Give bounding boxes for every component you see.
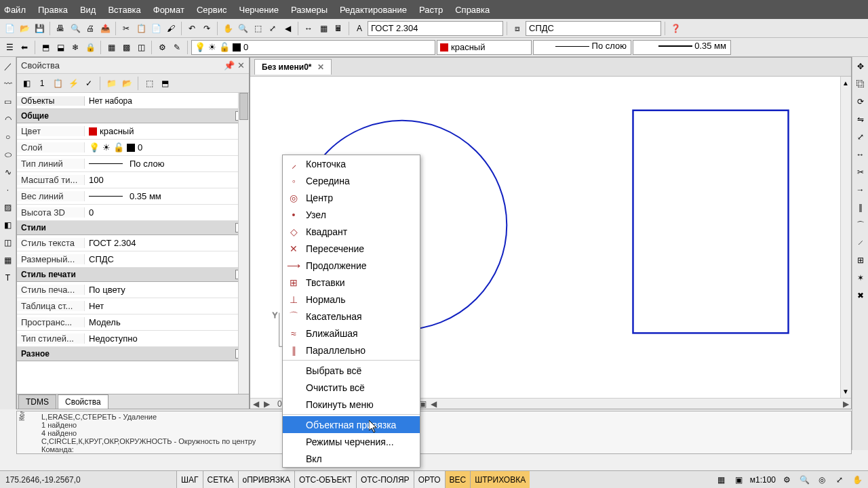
lineweight-select[interactable]: 0.35 мм bbox=[633, 40, 731, 55]
osnap-parallel[interactable]: ∥Параллельно bbox=[283, 342, 420, 359]
property-row[interactable]: Цветкрасный bbox=[17, 123, 249, 140]
offset-icon[interactable]: ‖ bbox=[854, 201, 867, 214]
property-group[interactable]: Стили– bbox=[17, 221, 249, 235]
prop-btn8-icon[interactable]: ⬚ bbox=[142, 77, 156, 90]
cmd-prompt[interactable]: Команда: bbox=[41, 445, 847, 453]
prop-btn6-icon[interactable]: 📁 bbox=[104, 77, 118, 90]
menu-item[interactable]: Вставка bbox=[108, 5, 140, 15]
osnap-quadrant[interactable]: ◇Квадрант bbox=[283, 223, 420, 240]
status-toggle[interactable]: СЕТКА bbox=[203, 471, 238, 488]
osnap-context-menu[interactable]: ⸝Конточка◦Середина◎Центр•Узел◇Квадрант✕П… bbox=[282, 155, 420, 468]
plot-icon[interactable]: 🖨 bbox=[83, 22, 97, 35]
pan-icon[interactable]: ✋ bbox=[221, 22, 235, 35]
array-icon[interactable]: ⊞ bbox=[854, 253, 867, 267]
chamfer-icon[interactable]: ⟋ bbox=[854, 236, 867, 249]
mirror-icon[interactable]: ⇋ bbox=[854, 113, 867, 126]
match-icon[interactable]: 🖌 bbox=[164, 22, 178, 35]
v-scrollbar[interactable]: ▲ ▼ bbox=[840, 77, 851, 398]
ctx-item[interactable]: Покинуть меню bbox=[283, 396, 420, 413]
osnap-node[interactable]: •Узел bbox=[283, 206, 420, 223]
menu-item[interactable]: Размеры bbox=[291, 5, 328, 15]
ctx-item[interactable]: Режимы черчения... bbox=[283, 433, 420, 450]
table-icon[interactable]: ▦ bbox=[1, 253, 15, 267]
layer-off-icon[interactable]: ⬓ bbox=[54, 41, 67, 54]
rotate-icon[interactable]: ⟳ bbox=[854, 95, 867, 108]
prop-btn9-icon[interactable]: ⬒ bbox=[158, 77, 172, 90]
paper-icon[interactable]: ▣ bbox=[732, 474, 746, 486]
osnap-midpoint[interactable]: ◦Середина bbox=[283, 172, 420, 189]
menu-item[interactable]: Вид bbox=[80, 5, 96, 15]
hatch-icon[interactable]: ▨ bbox=[1, 201, 15, 214]
prop-btn4-icon[interactable]: ⚡ bbox=[66, 77, 80, 90]
layer-tool1-icon[interactable]: ▦ bbox=[104, 41, 118, 54]
menu-item[interactable]: Правка bbox=[38, 5, 68, 15]
properties-grid[interactable]: ОбъектыНет набораОбщие–ЦветкрасныйСлой💡☀… bbox=[17, 93, 249, 394]
menu-item[interactable]: Справка bbox=[455, 5, 490, 15]
command-window[interactable]: ✕ Кома L,ERASE,С,СТЕРЕТЬ - Удаление 1 на… bbox=[16, 411, 852, 454]
zoom-win-icon[interactable]: ⬚ bbox=[251, 22, 264, 35]
menu-item[interactable]: Растр bbox=[419, 5, 443, 15]
status-icon2[interactable]: 🔍 bbox=[797, 474, 811, 486]
scrollbar[interactable] bbox=[238, 93, 249, 394]
text-icon[interactable]: T bbox=[1, 271, 15, 285]
save-icon[interactable]: 💾 bbox=[33, 22, 46, 35]
layer-frz-icon[interactable]: ❄ bbox=[68, 41, 82, 54]
property-row[interactable]: Стиль текстаГОСТ 2.304 bbox=[17, 235, 249, 251]
layer-tool4-icon[interactable]: ⚙ bbox=[155, 41, 169, 54]
print-icon[interactable]: 🖶 bbox=[54, 22, 67, 35]
dist-icon[interactable]: ↔ bbox=[302, 22, 315, 35]
arc-icon[interactable]: ◠ bbox=[1, 113, 15, 126]
property-group[interactable]: Стиль печати– bbox=[17, 268, 249, 282]
ctx-osnap-settings[interactable]: Объектная привязка bbox=[283, 416, 420, 433]
menu-item[interactable]: Черчение bbox=[239, 5, 279, 15]
ctx-item[interactable]: Выбрать всё bbox=[283, 362, 420, 379]
property-row[interactable]: Размерный...СПДС bbox=[17, 251, 249, 268]
move-icon[interactable]: ✥ bbox=[854, 60, 867, 73]
status-toggle[interactable]: ОТС-ПОЛЯР bbox=[356, 471, 414, 488]
selector-value[interactable]: Нет набора bbox=[85, 96, 249, 106]
undo-icon[interactable]: ↶ bbox=[185, 22, 199, 35]
layer-iso-icon[interactable]: ⬒ bbox=[39, 41, 52, 54]
trim-icon[interactable]: ✂ bbox=[854, 165, 867, 179]
property-row[interactable]: Тип стилей...Недоступно bbox=[17, 331, 249, 347]
property-row[interactable]: Масштаб ти...100 bbox=[17, 172, 249, 188]
tab-scroll-left-icon[interactable]: ◀ bbox=[250, 399, 261, 409]
osnap-center[interactable]: ◎Центр bbox=[283, 189, 420, 206]
close-icon[interactable]: ✕ bbox=[237, 60, 245, 70]
paste-icon[interactable]: 📄 bbox=[149, 22, 163, 35]
ctx-item[interactable]: Вкл bbox=[283, 450, 420, 467]
status-toggle[interactable]: ОРТО bbox=[414, 471, 445, 488]
scale-icon[interactable]: ⤢ bbox=[854, 130, 867, 144]
prop-btn5-icon[interactable]: ✓ bbox=[82, 77, 96, 90]
text-style-select[interactable] bbox=[368, 21, 503, 36]
property-group[interactable]: Общие– bbox=[17, 109, 249, 123]
color-select[interactable]: красный bbox=[437, 40, 532, 55]
osnap-endpoint[interactable]: ⸝Конточка bbox=[283, 155, 420, 172]
status-toggle[interactable]: ШАГ bbox=[176, 471, 203, 488]
publish-icon[interactable]: 📤 bbox=[98, 22, 112, 35]
tab-properties[interactable]: Свойства bbox=[58, 394, 108, 409]
menu-item[interactable]: Сервис bbox=[197, 5, 227, 15]
osnap-intersection[interactable]: ✕Пересечение bbox=[283, 240, 420, 257]
property-row[interactable]: Тип линийПо слою bbox=[17, 156, 249, 172]
document-tab[interactable]: Без имени0* ✕ bbox=[254, 59, 332, 75]
copy2-icon[interactable]: ⿻ bbox=[854, 77, 867, 91]
layer-tool2-icon[interactable]: ▩ bbox=[119, 41, 133, 54]
close-tab-icon[interactable]: ✕ bbox=[317, 62, 324, 72]
panel-title-bar[interactable]: Свойства 📌 ✕ bbox=[17, 58, 249, 74]
status-icon5[interactable]: ✋ bbox=[850, 474, 864, 486]
layer-prev-icon[interactable]: ⬅ bbox=[18, 41, 31, 54]
tab-tdms[interactable]: TDMS bbox=[18, 394, 56, 409]
property-row[interactable]: Слой💡☀🔓0 bbox=[17, 140, 249, 156]
layer-tool5-icon[interactable]: ✎ bbox=[170, 41, 184, 54]
menu-bar[interactable]: Файл Правка Вид Вставка Формат Сервис Че… bbox=[0, 0, 868, 19]
preview-icon[interactable]: 🔍 bbox=[68, 22, 82, 35]
line-icon[interactable]: ／ bbox=[1, 60, 15, 73]
prop-btn2-icon[interactable]: 1 bbox=[35, 77, 49, 90]
ellipse-icon[interactable]: ⬭ bbox=[1, 148, 15, 161]
prop-btn7-icon[interactable]: 📂 bbox=[120, 77, 134, 90]
osnap-nearest[interactable]: ≈Ближайшая bbox=[283, 325, 420, 342]
dim-style-icon[interactable]: ⧈ bbox=[511, 22, 524, 35]
zoom-ext-icon[interactable]: ⤢ bbox=[266, 22, 279, 35]
region-icon[interactable]: ◧ bbox=[1, 218, 15, 232]
